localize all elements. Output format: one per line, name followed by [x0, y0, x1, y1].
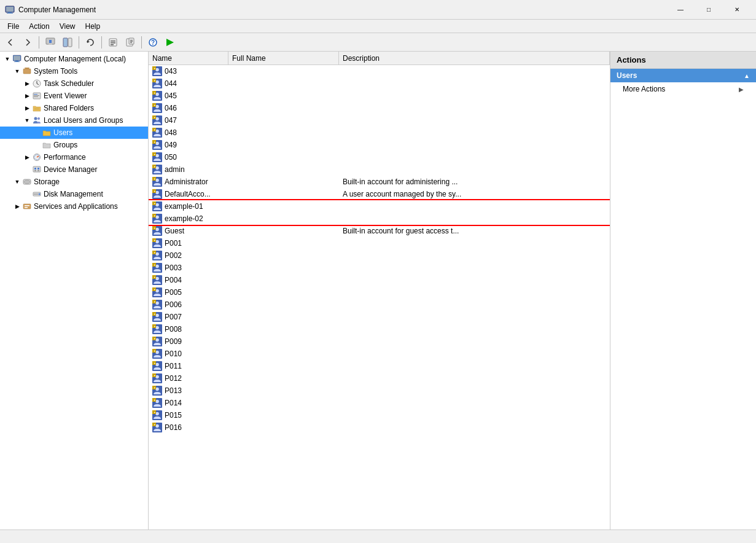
svg-rect-43: [34, 170, 36, 171]
list-row[interactable]: ✦ Guest Built-in account for guest acces…: [149, 225, 610, 237]
svg-point-58: [155, 80, 159, 84]
list-row[interactable]: ✦ P006: [149, 299, 610, 311]
expander-system-tools[interactable]: ▼: [12, 66, 22, 76]
list-row[interactable]: ✦ 043: [149, 65, 610, 77]
list-row[interactable]: ✦ 044: [149, 77, 610, 90]
list-row[interactable]: ✦ Administrator Built-in account for adm…: [149, 176, 610, 188]
list-row[interactable]: ✦ DefaultAcco... A user account managed …: [149, 188, 610, 200]
svg-rect-2: [7, 13, 13, 14]
cell-name: ✦ 044: [149, 79, 228, 88]
svg-rect-3: [6, 7, 14, 12]
help-button[interactable]: ?: [145, 35, 161, 50]
list-row[interactable]: ✦ P003: [149, 262, 610, 274]
menu-action[interactable]: Action: [24, 21, 54, 32]
col-header-name[interactable]: Name: [149, 52, 228, 64]
svg-rect-25: [14, 61, 20, 62]
list-row[interactable]: ✦ 049: [149, 139, 610, 151]
user-icon: ✦: [152, 177, 162, 187]
list-row[interactable]: ✦ 045: [149, 90, 610, 102]
maximize-button[interactable]: □: [695, 0, 723, 20]
tree-label-performance: Performance: [44, 153, 86, 162]
expander-shared-folders[interactable]: ▶: [22, 103, 32, 113]
cell-name: ✦ P015: [149, 410, 228, 420]
show-hide-button[interactable]: [60, 35, 76, 50]
refresh-button[interactable]: [82, 35, 98, 50]
col-header-description[interactable]: Description: [339, 52, 610, 64]
expander-performance[interactable]: ▶: [22, 152, 32, 162]
svg-rect-24: [15, 61, 18, 61]
cell-name: ✦ 047: [149, 115, 228, 125]
tree-item-groups[interactable]: Groups: [0, 139, 148, 151]
list-row[interactable]: ✦ P004: [149, 274, 610, 286]
svg-rect-42: [37, 168, 39, 170]
tree-item-task-scheduler[interactable]: ▶ Task Scheduler: [0, 77, 148, 90]
user-icon: ✦: [152, 275, 162, 285]
list-row[interactable]: ✦ P002: [149, 249, 610, 262]
device-manager-icon: [32, 165, 42, 174]
svg-point-138: [155, 326, 159, 329]
window-controls[interactable]: — □ ✕: [666, 0, 751, 20]
list-row[interactable]: ✦ P010: [149, 348, 610, 360]
list-row[interactable]: ✦ P013: [149, 385, 610, 397]
list-row[interactable]: ✦ P005: [149, 286, 610, 299]
properties-button[interactable]: [105, 35, 121, 50]
expander-services-apps[interactable]: ▶: [12, 201, 22, 211]
list-row[interactable]: ✦ P015: [149, 409, 610, 421]
more-actions-item[interactable]: More Actions ▶: [610, 82, 756, 96]
tree-item-device-manager[interactable]: Device Manager: [0, 163, 148, 176]
user-icon: ✦: [152, 201, 162, 211]
tree-item-storage[interactable]: ▼ Storage: [0, 176, 148, 188]
list-row[interactable]: ✦ 048: [149, 127, 610, 139]
expander-storage[interactable]: ▼: [12, 177, 22, 187]
svg-point-114: [155, 252, 159, 256]
list-row[interactable]: ✦ 047: [149, 114, 610, 127]
tree-item-users[interactable]: Users: [0, 127, 148, 139]
list-row[interactable]: ✦ 046: [149, 102, 610, 114]
tree-item-services-apps[interactable]: ▶ Services and Applications: [0, 200, 148, 213]
svg-text:?: ?: [151, 39, 155, 46]
list-row[interactable]: ✦ P012: [149, 372, 610, 385]
tree-item-shared-folders[interactable]: ▶ Shared Folders: [0, 102, 148, 114]
col-header-fullname[interactable]: Full Name: [228, 52, 339, 64]
up-button[interactable]: [42, 35, 58, 50]
tree-item-system-tools[interactable]: ▼ System Tools: [0, 65, 148, 77]
tree-item-event-viewer[interactable]: ▶ Event Viewer: [0, 90, 148, 102]
back-button[interactable]: [2, 35, 18, 50]
forward-button[interactable]: [20, 35, 36, 50]
list-row[interactable]: ✦ P011: [149, 360, 610, 372]
tree-label-task-scheduler: Task Scheduler: [44, 79, 94, 88]
list-row[interactable]: ✦ P009: [149, 335, 610, 348]
tree-item-local-users[interactable]: ▼ Local Users and Groups: [0, 114, 148, 127]
menu-view[interactable]: View: [55, 21, 80, 32]
expander-local-users[interactable]: ▼: [22, 115, 32, 125]
close-button[interactable]: ✕: [723, 0, 751, 20]
minimize-button[interactable]: —: [666, 0, 695, 20]
list-row[interactable]: ✦ P001: [149, 237, 610, 249]
tree-label-disk-management: Disk Management: [44, 190, 103, 198]
list-row[interactable]: ✦ example-02: [149, 213, 610, 225]
expander-root[interactable]: ▼: [2, 54, 12, 64]
user-icon: ✦: [152, 103, 162, 113]
expander-event-viewer[interactable]: ▶: [22, 91, 32, 101]
menu-help[interactable]: Help: [80, 21, 106, 32]
cell-name: ✦ example-01: [149, 201, 228, 211]
export-button[interactable]: [122, 35, 138, 50]
list-row[interactable]: ✦ P016: [149, 421, 610, 434]
list-row[interactable]: ✦ 050: [149, 151, 610, 163]
list-row[interactable]: ✦ example-01: [149, 200, 610, 213]
run-button[interactable]: [162, 35, 178, 50]
tree-item-performance[interactable]: ▶ Performance: [0, 151, 148, 163]
list-row[interactable]: ✦ P008: [149, 323, 610, 335]
actions-section-users[interactable]: Users ▲: [610, 69, 756, 82]
expander-users: [32, 128, 42, 138]
list-row[interactable]: ✦ P007: [149, 311, 610, 323]
tree-item-disk-management[interactable]: Disk Management: [0, 188, 148, 200]
performance-icon: [32, 152, 42, 162]
actions-panel: Actions Users ▲ More Actions ▶: [610, 52, 756, 529]
menu-file[interactable]: File: [2, 21, 24, 32]
list-row[interactable]: ✦ P014: [149, 397, 610, 409]
actions-header: Actions: [610, 52, 756, 69]
expander-task-scheduler[interactable]: ▶: [22, 79, 32, 88]
list-row[interactable]: ✦ admin: [149, 163, 610, 176]
tree-item-root[interactable]: ▼ Computer Management (Local): [0, 53, 148, 65]
